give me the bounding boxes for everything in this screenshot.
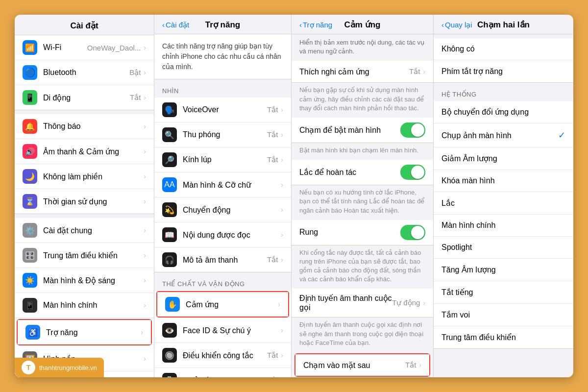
dieu-khien-icon: 🔘 bbox=[162, 348, 177, 363]
thong-bao-label: Thông báo bbox=[43, 122, 144, 131]
man-hinh-chinh-p4-item[interactable]: Màn hình chính bbox=[434, 215, 573, 237]
thich-nghi-desc: Nếu bạn gặp sự cố khi sử dụng màn hình c… bbox=[292, 83, 433, 118]
man-hinh-do-sang-item[interactable]: ☀️ Màn hình & Độ sáng › bbox=[15, 268, 154, 293]
panel2-back-btn[interactable]: ‹ Cài đặt bbox=[162, 21, 189, 29]
tam-voi-item[interactable]: Tắm voi bbox=[434, 304, 573, 326]
thoi-gian-item[interactable]: ⌛ Thời gian sử dụng › bbox=[15, 189, 154, 214]
he-thong-group: Bộ chuyển đổi ứng dụng Chụp ảnh màn hình… bbox=[434, 101, 573, 349]
khoa-man-hinh-item[interactable]: Khóa màn hình bbox=[434, 170, 573, 192]
panel1-scroll[interactable]: 📶 Wi-Fi OneWay_Daol... › 🔵 Bluetooth Bật… bbox=[15, 35, 154, 377]
thu-phong-item[interactable]: 🔍 Thu phóng Tắt › bbox=[154, 122, 291, 147]
panel1-header: Cài đặt bbox=[15, 15, 154, 35]
kinh-lup-icon: 🔎 bbox=[162, 152, 177, 167]
kinh-lup-item[interactable]: 🔎 Kính lúp Tắt › bbox=[154, 147, 291, 172]
giam-am-luong-item[interactable]: Giảm Âm lượng bbox=[434, 147, 573, 170]
khong-co-item[interactable]: Không có bbox=[434, 38, 573, 60]
face-id-su-chu-y-label: Face ID & Sự chú ý bbox=[183, 326, 281, 335]
bluetooth-chevron: › bbox=[144, 69, 146, 76]
khong-lam-phien-item[interactable]: 🌙 Không làm phiền › bbox=[15, 164, 154, 189]
panel3-header: ‹ Trợ năng Cảm ứng bbox=[292, 15, 433, 34]
bluetooth-item[interactable]: 🔵 Bluetooth Bật › bbox=[15, 60, 154, 85]
tro-nang-icon: ♿ bbox=[25, 325, 40, 340]
cham-de-bat-group: Chạm để bật màn hình bbox=[292, 118, 433, 143]
khoa-man-hinh-label: Khóa màn hình bbox=[441, 176, 565, 185]
phim-tat-item[interactable]: Phím tắt trợ năng bbox=[434, 60, 573, 82]
dieu-khien-cong-tac-item[interactable]: 🔘 Điều khiển công tắc Tắt › bbox=[154, 343, 291, 368]
lac-de-group: Lắc để hoàn tác bbox=[292, 160, 433, 185]
mo-ta-icon: 🎧 bbox=[162, 252, 177, 267]
voiceover-item[interactable]: 🗣️ VoiceOver Tắt › bbox=[154, 98, 291, 122]
wifi-item[interactable]: 📶 Wi-Fi OneWay_Daol... › bbox=[15, 35, 154, 60]
mo-ta-am-thanh-item[interactable]: 🎧 Mô tả âm thanh Tắt › bbox=[154, 247, 291, 272]
panel3-scroll[interactable]: Hiển thị bản xem trước nội dung, các tác… bbox=[292, 34, 433, 377]
dinh-tuyen-item[interactable]: Định tuyến âm thanh cuộc gọi Tự động › bbox=[292, 289, 433, 317]
panel-cai-dat: Cài đặt 📶 Wi-Fi OneWay_Daol... › 🔵 Bluet… bbox=[15, 15, 154, 377]
panel2-scroll[interactable]: Các tính năng trợ năng giúp bạn tùy chỉn… bbox=[154, 34, 291, 377]
face-id-su-chu-y-icon: 👁️ bbox=[162, 323, 177, 338]
section-nhin: NHÌN bbox=[154, 79, 291, 98]
chup-anh-man-hinh-item[interactable]: Chụp ảnh màn hình ✓ bbox=[434, 123, 573, 147]
nhin-group: 🗣️ VoiceOver Tắt › 🔍 Thu phóng Tắt › 🔎 K… bbox=[154, 98, 291, 272]
di-dong-chevron: › bbox=[144, 94, 146, 101]
tang-am-luong-item[interactable]: Tăng Âm lượng bbox=[434, 259, 573, 281]
panel4-scroll[interactable]: Không có Phím tắt trợ năng HỆ THỐNG Bộ c… bbox=[434, 34, 573, 377]
lac-de-hoan-tac-item[interactable]: Lắc để hoàn tác bbox=[292, 160, 433, 185]
cam-ung-icon: ✋ bbox=[165, 297, 180, 312]
tro-nang-item[interactable]: ♿ Trợ năng › bbox=[18, 320, 151, 344]
spotlight-item[interactable]: Spotlight bbox=[434, 237, 573, 259]
face-id-su-chu-y-item[interactable]: 👁️ Face ID & Sự chú ý › bbox=[154, 318, 291, 343]
trung-tam-dieu-khien-p4-item[interactable]: Trung tâm điều khiển bbox=[434, 326, 573, 348]
notifications-group: 🔔 Thông báo › 🔊 Âm thanh & Cảm ứng › 🌙 K… bbox=[15, 114, 154, 214]
cham-vao-mat-sau-item[interactable]: Chạm vào mặt sau Tắt › bbox=[295, 354, 429, 376]
am-thanh-label: Âm thanh & Cảm ứng bbox=[43, 147, 144, 156]
cam-ung-item[interactable]: ✋ Cảm ứng › bbox=[157, 292, 288, 317]
panel3-intro: Hiển thị bản xem trước nội dung, các tác… bbox=[292, 34, 433, 59]
main-container: Cài đặt 📶 Wi-Fi OneWay_Daol... › 🔵 Bluet… bbox=[15, 15, 573, 377]
di-dong-item[interactable]: 📱 Di động Tắt › bbox=[15, 85, 154, 110]
tro-nang-desc: Các tính năng trợ năng giúp bạn tùy chỉn… bbox=[154, 34, 291, 79]
tat-tieng-item[interactable]: Tắt tiếng bbox=[434, 281, 573, 304]
bluetooth-value: Bật bbox=[129, 68, 141, 77]
rung-item[interactable]: Rung bbox=[292, 220, 433, 245]
trung-tam-item[interactable]: 🎛️ Trung tâm điều khiển › bbox=[15, 243, 154, 268]
panel2-title: Trợ năng bbox=[205, 20, 240, 30]
trung-tam-dieu-khien-label: Trung tâm điều khiển bbox=[441, 333, 565, 342]
panel4-header: ‹ Quay lại Chạm hai lần bbox=[434, 15, 573, 34]
panel4-title: Chạm hai lần bbox=[477, 20, 530, 30]
bo-chuyen-doi-item[interactable]: Bộ chuyển đổi ứng dụng bbox=[434, 101, 573, 123]
tro-nang-highlight-wrapper: ♿ Trợ năng › bbox=[17, 319, 152, 345]
panel3-back-btn[interactable]: ‹ Trợ năng bbox=[299, 21, 332, 29]
lac-de-desc: Nếu bạn có xu hướng tình cờ lắc iPhone, … bbox=[292, 185, 433, 220]
rung-group: Rung bbox=[292, 220, 433, 245]
lac-de-toggle[interactable] bbox=[400, 165, 425, 180]
lac-item[interactable]: Lắc bbox=[434, 192, 573, 215]
noi-dung-icon: 📖 bbox=[162, 227, 177, 242]
cai-dat-chung-icon: ⚙️ bbox=[23, 223, 37, 238]
chuyen-dong-item[interactable]: 💫 Chuyển động › bbox=[154, 197, 291, 222]
man-hinh-co-chu-item[interactable]: AA Màn hình & Cỡ chữ › bbox=[154, 172, 291, 197]
di-dong-label: Di động bbox=[43, 93, 130, 102]
dinh-tuyen-label: Định tuyến âm thanh cuộc gọi bbox=[299, 294, 392, 312]
cham-de-bat-toggle[interactable] bbox=[400, 122, 425, 138]
khau-lenh-item[interactable]: 🎙️ Khẩu lệnh Tắt › bbox=[154, 368, 291, 377]
tro-nang-label: Trợ năng bbox=[46, 328, 141, 337]
thich-nghi-item[interactable]: Thích nghi cảm ứng Tắt › bbox=[292, 61, 433, 82]
man-hinh-icon: ☀️ bbox=[23, 273, 37, 288]
cai-dat-chung-item[interactable]: ⚙️ Cài đặt chung › bbox=[15, 218, 154, 243]
cham-de-bat-item[interactable]: Chạm để bật màn hình bbox=[292, 118, 433, 143]
thoi-gian-label: Thời gian sử dụng bbox=[43, 197, 144, 206]
giam-am-luong-label: Giảm Âm lượng bbox=[441, 154, 565, 163]
cham-vao-mat-sau-highlight: Chạm vào mặt sau Tắt › bbox=[294, 353, 430, 377]
panel4-back-btn[interactable]: ‹ Quay lại bbox=[441, 21, 472, 29]
watermark-logo: T bbox=[22, 361, 35, 374]
am-thanh-item[interactable]: 🔊 Âm thanh & Cảm ứng › bbox=[15, 139, 154, 164]
general-group: ⚙️ Cài đặt chung › 🎛️ Trung tâm điều khi… bbox=[15, 218, 154, 377]
cham-vao-mat-sau-value: Tắt bbox=[405, 361, 416, 369]
thu-phong-value: Tắt bbox=[267, 130, 278, 139]
noi-dung-duoc-doc-item[interactable]: 📖 Nội dung được đọc › bbox=[154, 222, 291, 247]
rung-toggle[interactable] bbox=[400, 225, 425, 240]
thong-bao-item[interactable]: 🔔 Thông báo › bbox=[15, 114, 154, 139]
man-hinh-chinh-icon: 📱 bbox=[23, 298, 37, 313]
toggle-thumb bbox=[411, 123, 424, 137]
man-hinh-chinh-item[interactable]: 📱 Màn hình chính › bbox=[15, 293, 154, 318]
